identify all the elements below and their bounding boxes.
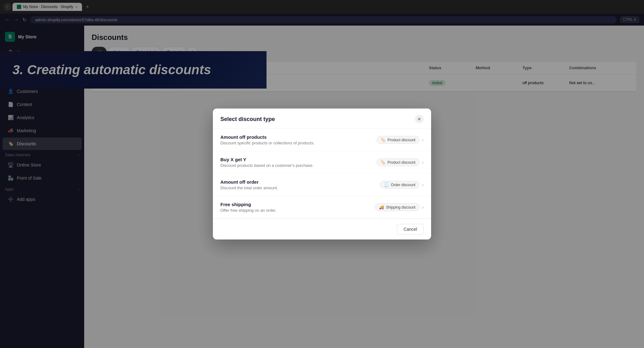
chevron-right-1: › xyxy=(422,137,424,143)
chevron-right-3: › xyxy=(422,182,424,188)
order-discount-icon: 🧾 xyxy=(384,182,389,187)
option-title-free-shipping: Free shipping xyxy=(220,202,375,207)
modal-body: Amount off products Discount specific pr… xyxy=(213,129,431,219)
product-discount-badge-1: 🏷️ Product discount xyxy=(377,136,419,144)
option-desc-amount-off-order: Discount the total order amount. xyxy=(220,186,380,190)
option-amount-off-order[interactable]: Amount off order Discount the total orde… xyxy=(213,174,431,196)
product-discount-label-1: Product discount xyxy=(387,138,415,142)
cancel-button[interactable]: Cancel xyxy=(397,224,424,234)
option-title-amount-off-order: Amount off order xyxy=(220,179,380,185)
option-title-amount-off-products: Amount off products xyxy=(220,134,377,140)
option-text-amount-off-products: Amount off products Discount specific pr… xyxy=(220,134,377,145)
shipping-discount-badge: 🚚 Shipping discount xyxy=(375,203,420,211)
product-discount-icon-2: 🏷️ xyxy=(381,160,386,165)
option-free-shipping[interactable]: Free shipping Offer free shipping on an … xyxy=(213,196,431,219)
option-text-buy-x-get-y: Buy X get Y Discount products based on a… xyxy=(220,157,377,168)
option-text-amount-off-order: Amount off order Discount the total orde… xyxy=(220,179,380,190)
product-discount-badge-2: 🏷️ Product discount xyxy=(377,158,419,166)
order-discount-badge: 🧾 Order discount xyxy=(380,181,420,189)
modal-close-button[interactable]: ✕ xyxy=(415,115,424,123)
option-desc-free-shipping: Offer free shipping on an order. xyxy=(220,208,375,213)
shipping-discount-label: Shipping discount xyxy=(386,205,416,210)
product-discount-label-2: Product discount xyxy=(387,160,415,165)
chevron-right-2: › xyxy=(422,160,424,165)
modal-title: Select discount type xyxy=(220,116,275,123)
option-text-free-shipping: Free shipping Offer free shipping on an … xyxy=(220,202,375,213)
shipping-discount-icon: 🚚 xyxy=(379,205,384,210)
option-buy-x-get-y[interactable]: Buy X get Y Discount products based on a… xyxy=(213,151,431,174)
option-desc-amount-off-products: Discount specific products or collection… xyxy=(220,141,377,145)
modal-footer: Cancel xyxy=(213,219,431,239)
option-desc-buy-x-get-y: Discount products based on a customer's … xyxy=(220,163,377,168)
product-discount-icon-1: 🏷️ xyxy=(381,138,386,142)
chevron-right-4: › xyxy=(422,205,424,210)
order-discount-label: Order discount xyxy=(391,183,416,187)
modal-backdrop[interactable]: Select discount type ✕ Amount off produc… xyxy=(0,0,644,348)
option-amount-off-products[interactable]: Amount off products Discount specific pr… xyxy=(213,129,431,151)
option-title-buy-x-get-y: Buy X get Y xyxy=(220,157,377,162)
modal-header: Select discount type ✕ xyxy=(213,109,431,129)
select-discount-type-modal: Select discount type ✕ Amount off produc… xyxy=(213,109,431,239)
